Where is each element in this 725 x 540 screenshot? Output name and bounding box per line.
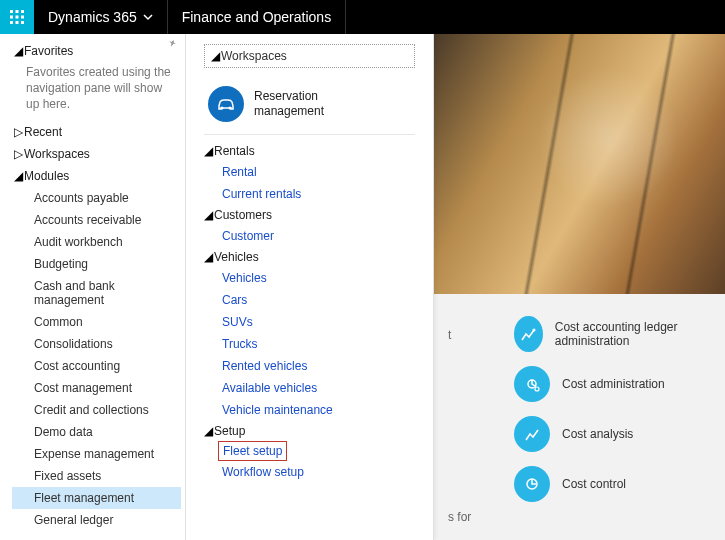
flyout-workspace-item[interactable]: Reservation management — [204, 78, 415, 135]
flyout-vehicles-heading[interactable]: ◢Vehicles — [204, 247, 415, 267]
sidebar-item[interactable]: Cash and bank management — [12, 275, 181, 311]
flyout-setup-heading[interactable]: ◢Setup — [204, 421, 415, 441]
tile[interactable]: Cost control — [514, 466, 715, 502]
nav-favorites[interactable]: ◢Favorites — [12, 40, 181, 62]
flyout-link[interactable]: Current rentals — [204, 183, 415, 205]
sidebar-item[interactable]: Credit and collections — [12, 399, 181, 421]
svg-rect-0 — [10, 10, 13, 13]
sidebar-item[interactable]: Common — [12, 311, 181, 333]
tile[interactable]: Cost accounting ledger administration — [514, 316, 715, 352]
sidebar-item[interactable]: Cost management — [12, 377, 181, 399]
module-flyout: ◢Workspaces Reservation management ◢Rent… — [186, 34, 434, 540]
sidebar-item[interactable]: Audit workbench — [12, 231, 181, 253]
nav-recent[interactable]: ▷Recent — [12, 121, 181, 143]
partial-text-b: s for — [448, 510, 490, 524]
flyout-rentals-heading[interactable]: ◢Rentals — [204, 141, 415, 161]
sidebar-item[interactable]: Fleet management — [12, 487, 181, 509]
flyout-link[interactable]: Trucks — [204, 333, 415, 355]
product-label: Finance and Operations — [168, 0, 346, 34]
partial-text-column: t s for — [444, 310, 490, 530]
content-area: t s for Cost accounting ledger administr… — [434, 34, 725, 540]
sidebar-item[interactable]: Expense management — [12, 443, 181, 465]
nav-workspaces[interactable]: ▷Workspaces — [12, 143, 181, 165]
sidebar-item[interactable]: Accounts receivable — [12, 209, 181, 231]
waffle-icon — [10, 10, 24, 24]
svg-rect-6 — [10, 21, 13, 24]
sidebar-item[interactable]: Consolidations — [12, 333, 181, 355]
svg-rect-8 — [21, 21, 24, 24]
nav-pane: ◢Favorites Favorites created using the n… — [0, 34, 186, 540]
sidebar-item[interactable]: General ledger — [12, 509, 181, 531]
brand-label: Dynamics 365 — [48, 9, 137, 25]
svg-rect-3 — [10, 16, 13, 19]
flyout-link[interactable]: Vehicles — [204, 267, 415, 289]
workspace-item-label: Reservation management — [254, 89, 364, 119]
svg-rect-5 — [21, 16, 24, 19]
partial-text-a: t — [448, 328, 490, 342]
sidebar-item[interactable]: Demo data — [12, 421, 181, 443]
svg-rect-1 — [16, 10, 19, 13]
sidebar-item[interactable]: Fixed assets — [12, 465, 181, 487]
flyout-workspaces-heading[interactable]: ◢Workspaces — [204, 44, 415, 68]
sidebar-item[interactable]: Cost accounting — [12, 355, 181, 377]
svg-rect-7 — [16, 21, 19, 24]
flyout-link[interactable]: Vehicle maintenance — [204, 399, 415, 421]
flyout-customers-heading[interactable]: ◢Customers — [204, 205, 415, 225]
flyout-link[interactable]: Rental — [204, 161, 415, 183]
tile-icon — [514, 466, 550, 502]
tile-icon — [514, 416, 550, 452]
tile-label: Cost analysis — [562, 427, 633, 441]
flyout-link[interactable]: Customer — [204, 225, 415, 247]
flyout-link[interactable]: Available vehicles — [204, 377, 415, 399]
svg-rect-2 — [21, 10, 24, 13]
svg-point-9 — [221, 107, 224, 110]
hero-image — [434, 34, 725, 294]
svg-point-13 — [535, 387, 539, 391]
tiles-panel: t s for Cost accounting ledger administr… — [434, 294, 725, 540]
tile[interactable]: Cost administration — [514, 366, 715, 402]
nav-modules[interactable]: ◢Modules — [12, 165, 181, 187]
flyout-link[interactable]: Rented vehicles — [204, 355, 415, 377]
sidebar-item[interactable]: Budgeting — [12, 253, 181, 275]
pin-icon[interactable] — [167, 38, 179, 50]
tile-icon — [514, 366, 550, 402]
nav-modules-list: Accounts payableAccounts receivableAudit… — [12, 187, 181, 531]
tile-label: Cost administration — [562, 377, 665, 391]
svg-point-10 — [229, 107, 232, 110]
brand-dropdown[interactable]: Dynamics 365 — [34, 0, 168, 34]
tile[interactable]: Cost analysis — [514, 416, 715, 452]
car-icon — [208, 86, 244, 122]
tile-label: Cost accounting ledger administration — [555, 320, 715, 348]
tile-label: Cost control — [562, 477, 626, 491]
flyout-link[interactable]: Workflow setup — [204, 461, 415, 483]
flyout-link[interactable]: Fleet setup — [218, 441, 287, 461]
header: Dynamics 365 Finance and Operations — [0, 0, 725, 34]
svg-point-11 — [533, 329, 536, 332]
sidebar-item[interactable]: Accounts payable — [12, 187, 181, 209]
nav-favorites-help: Favorites created using the navigation p… — [12, 62, 181, 121]
app-launcher-button[interactable] — [0, 0, 34, 34]
flyout-link[interactable]: SUVs — [204, 311, 415, 333]
svg-rect-4 — [16, 16, 19, 19]
flyout-link[interactable]: Cars — [204, 289, 415, 311]
tile-icon — [514, 316, 543, 352]
chevron-down-icon — [143, 12, 153, 22]
